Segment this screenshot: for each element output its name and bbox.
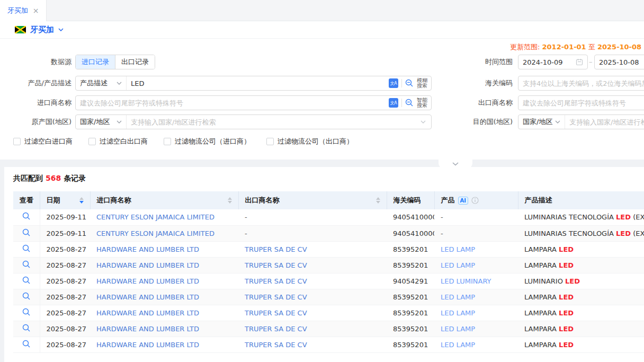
exporter-link[interactable]: TRUPER SA DE CV — [245, 309, 307, 317]
product-input[interactable] — [127, 76, 387, 90]
tab-jamaica[interactable]: 牙买加 × — [0, 0, 47, 21]
sort-importer[interactable] — [228, 197, 232, 204]
product-link[interactable]: LED LAMP — [441, 245, 475, 253]
destination-country-input[interactable] — [565, 115, 644, 129]
exporter-cell: TRUPER SA DE CV — [238, 305, 387, 321]
update-range-start: 2012-01-01 — [542, 43, 586, 51]
smart-search-label[interactable]: 智能 搜索 — [417, 98, 427, 108]
col-importer-label: 进口商名称 — [97, 196, 131, 205]
product-cell: LED LAMP — [434, 257, 518, 273]
view-cell[interactable] — [13, 289, 40, 305]
hs-code-cell: 85395201 — [387, 241, 434, 257]
importer-link[interactable]: CENTURY ESLON JAMAICA LIMITED — [96, 229, 214, 237]
origin-country-select[interactable]: 国家/地区 — [76, 115, 127, 129]
view-cell[interactable] — [13, 273, 40, 289]
importer-link[interactable]: HARDWARE AND LUMBER LTD — [96, 309, 199, 317]
view-cell[interactable] — [13, 305, 40, 321]
divider — [401, 99, 402, 107]
product-link[interactable]: LED LAMP — [441, 261, 475, 269]
destination-country-field: 国家/地区 — [518, 114, 644, 129]
exporter-link[interactable]: TRUPER SA DE CV — [245, 245, 307, 253]
importer-link[interactable]: HARDWARE AND LUMBER LTD — [96, 277, 199, 285]
importer-link[interactable]: CENTURY ESLON JAMAICA LIMITED — [96, 213, 214, 221]
destination-country-select[interactable]: 国家/地区 — [518, 115, 565, 129]
view-cell[interactable] — [13, 241, 40, 257]
chevron-down-icon[interactable] — [58, 28, 64, 31]
destination-select-value: 国家/地区 — [523, 117, 552, 127]
date-cell: 2025-09-11 — [40, 225, 90, 241]
checkbox-label: 过滤空白出口商 — [100, 137, 148, 146]
export-records-button[interactable]: 出口记录 — [115, 55, 155, 69]
view-icon[interactable] — [22, 262, 31, 270]
checkbox[interactable] — [88, 138, 96, 145]
view-icon[interactable] — [22, 310, 31, 318]
importer-link[interactable]: HARDWARE AND LUMBER LTD — [96, 245, 199, 253]
translate-icon[interactable]: 文A — [389, 98, 398, 108]
filter-panel: 更新范围: 2012-01-01 至 2025-10-08 数据源 进口记录 出… — [0, 39, 644, 160]
table-row: 2025-08-27HARDWARE AND LUMBER LTDTRUPER … — [13, 337, 644, 352]
exporter-link[interactable]: TRUPER SA DE CV — [245, 341, 307, 349]
description-highlight: LED — [559, 341, 574, 349]
product-type-select[interactable]: 产品描述 — [76, 76, 127, 90]
translate-icon[interactable]: 文A — [389, 78, 398, 88]
start-date-input[interactable] — [518, 55, 576, 69]
importer-link[interactable]: HARDWARE AND LUMBER LTD — [96, 293, 199, 301]
table-row: 2025-08-27HARDWARE AND LUMBER LTDTRUPER … — [13, 273, 644, 289]
product-link[interactable]: LED LUMINARY — [441, 277, 491, 285]
importer-link[interactable]: HARDWARE AND LUMBER LTD — [96, 261, 199, 269]
product-link[interactable]: LED LAMP — [441, 293, 475, 301]
product-link[interactable]: LED LAMP — [441, 325, 475, 333]
checkbox[interactable] — [13, 138, 21, 145]
view-cell[interactable] — [13, 321, 40, 337]
sort-exporter[interactable] — [376, 197, 380, 204]
view-cell[interactable] — [13, 337, 40, 352]
view-cell[interactable] — [13, 225, 40, 241]
description-text: LUMINARIAS TECNOLOGÍA — [524, 229, 616, 237]
view-icon[interactable] — [22, 342, 31, 350]
divider — [401, 79, 402, 87]
importer-link[interactable]: HARDWARE AND LUMBER LTD — [96, 341, 199, 349]
view-icon[interactable] — [22, 246, 31, 254]
exporter-input[interactable] — [518, 96, 644, 110]
exporter-link[interactable]: TRUPER SA DE CV — [245, 325, 307, 333]
importer-input[interactable] — [76, 96, 387, 110]
tab-close-icon[interactable]: × — [33, 7, 39, 14]
view-icon[interactable] — [22, 326, 31, 334]
filter-checkbox-item: 过滤空白进口商 — [13, 137, 73, 146]
description-cell: LUMINARIAS TECNOLOGÍA LED (EXT... — [518, 225, 644, 241]
empty-value: - — [441, 213, 443, 221]
product-link[interactable]: LED LAMP — [441, 341, 475, 349]
view-cell[interactable] — [13, 209, 40, 225]
checkbox[interactable] — [266, 138, 274, 145]
exporter-link[interactable]: TRUPER SA DE CV — [245, 277, 307, 285]
tab-label: 牙买加 — [7, 6, 28, 15]
exporter-link[interactable]: TRUPER SA DE CV — [245, 293, 307, 301]
date-cell: 2025-08-27 — [40, 241, 90, 257]
origin-country-input[interactable] — [127, 115, 421, 129]
view-icon[interactable] — [22, 294, 31, 302]
info-icon[interactable] — [471, 197, 479, 204]
col-hs-code: 海关编码 — [387, 191, 434, 209]
import-records-button[interactable]: 进口记录 — [76, 55, 115, 69]
view-icon[interactable] — [22, 278, 31, 286]
view-icon[interactable] — [22, 231, 31, 239]
hs-code-input[interactable] — [518, 76, 644, 90]
view-icon[interactable] — [22, 214, 31, 222]
smart-search-icon[interactable] — [405, 99, 414, 107]
importer-cell: HARDWARE AND LUMBER LTD — [90, 257, 238, 273]
fuzzy-search-icon[interactable] — [405, 79, 414, 87]
description-text: LAMPARA — [524, 309, 559, 317]
table-body: 2025-09-11CENTURY ESLON JAMAICA LIMITED-… — [13, 209, 644, 352]
page-header: 牙买加 — [0, 21, 644, 39]
checkbox[interactable] — [164, 138, 171, 145]
end-date-input[interactable] — [595, 55, 644, 69]
hs-code-cell: 85395201 — [387, 257, 434, 273]
exporter-link[interactable]: TRUPER SA DE CV — [245, 261, 307, 269]
product-link[interactable]: LED LAMP — [441, 309, 475, 317]
table-row: 2025-08-27HARDWARE AND LUMBER LTDTRUPER … — [13, 305, 644, 321]
fuzzy-search-label[interactable]: 模糊 搜索 — [417, 78, 427, 89]
view-cell[interactable] — [13, 257, 40, 273]
importer-link[interactable]: HARDWARE AND LUMBER LTD — [96, 325, 199, 333]
sort-date[interactable] — [79, 197, 84, 204]
collapse-filters-button[interactable] — [439, 160, 472, 169]
